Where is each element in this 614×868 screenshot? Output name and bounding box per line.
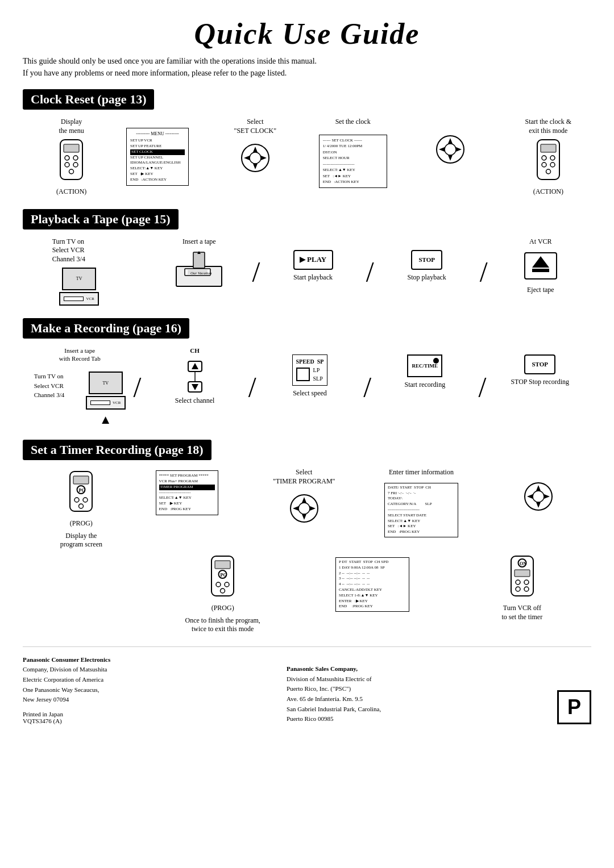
svg-point-6 (69, 169, 74, 174)
playback-step-4: STOP Stop playback (376, 237, 478, 282)
recording-steps-row: Insert a tapewith Record Tab Turn TV onS… (28, 347, 591, 428)
pb-div1 (132, 257, 146, 286)
timer-step3-top: Enter timer information (389, 468, 454, 477)
clock-step5-top: Start the clock &exit this mode (525, 118, 571, 135)
clock-step1-sublabel: (ACTION) (56, 187, 86, 197)
rec-div1: / (133, 373, 141, 401)
svg-point-22 (550, 156, 555, 160)
clock-step-4 (408, 118, 493, 166)
timer-section: Set a Timer Recording (page 18) PG (PROG… (23, 440, 591, 634)
svg-point-65 (221, 589, 225, 593)
timer-steps-row: PG (PROG) Display theprogram screen ****… (28, 468, 591, 549)
svg-point-44 (74, 498, 79, 502)
playback-header: Playback a Tape (page 15) (23, 209, 179, 229)
rec-div2: / (248, 373, 256, 401)
recording-section: Make a Recording (page 16) Insert a tape… (23, 318, 591, 428)
svg-rect-30 (193, 252, 205, 268)
svg-point-5 (73, 162, 78, 167)
playback-step-1: Turn TV onSelect VCRChannel 3/4 TV VCR (28, 237, 130, 306)
recording-header: Make a Recording (page 16) (23, 318, 189, 339)
arrow-pad-icon3 (289, 494, 319, 523)
speed-box-icon: SPEED SP LP SLP (292, 354, 328, 386)
clock-step-menu: --------- MENU --------- SET UP VCR SET … (114, 118, 200, 186)
timer-step4-label: Once to finish the program,twice to exit… (185, 616, 260, 634)
svg-point-48 (298, 503, 310, 514)
playback-step5-label: Eject tape (527, 286, 554, 295)
playback-step2-top: Insert a tape (182, 237, 216, 247)
rec-div4: / (479, 373, 487, 401)
playback-steps-row: Turn TV onSelect VCRChannel 3/4 TV VCR I… (28, 237, 591, 306)
clock-reset-header: Clock Reset (page 13) (23, 89, 154, 110)
tv-vcr-icon2: TV VCR ▲ (86, 372, 126, 427)
prog-remote-icon: PG (65, 470, 97, 516)
svg-point-70 (516, 580, 520, 585)
footer-company2: Panasonic Sales Company, Division of Mat… (287, 664, 381, 724)
playback-step-5: At VCR Eject tape (490, 237, 591, 295)
rec-step2-label: Select channel (175, 397, 215, 406)
footer-print: Printed in Japan VQTS3476 (A) (23, 711, 110, 724)
playback-section: Playback a Tape (page 15) Turn TV onSele… (23, 209, 591, 306)
pb-div2: / (252, 257, 260, 286)
svg-point-64 (225, 582, 229, 587)
svg-point-71 (524, 580, 529, 585)
clock-step3-top: Set the clock (335, 118, 371, 127)
timer-sched-box: P DT START STOP CH SPD 1 DAY 9:00A 12:00… (335, 557, 409, 612)
svg-rect-60 (215, 561, 230, 569)
rec-step-4: REC/TIME Start recording (374, 347, 476, 390)
clock-reset-section: Clock Reset (page 13) Displaythe menu (A… (23, 89, 591, 197)
stop-button-icon2: STOP (524, 354, 555, 374)
clock-menu-box: --------- MENU --------- SET UP VCR SET … (126, 128, 189, 186)
timer-step-4: PG (PROG) Once to finish the program,twi… (154, 555, 292, 634)
timer-step1-sublabel: (PROG) (70, 519, 93, 528)
svg-point-72 (516, 587, 520, 591)
pb-div4: / (480, 257, 488, 286)
timer-info-box: DATE/ START STOP CH 7 FRI ·-:·- ·-:·- ·-… (384, 483, 458, 537)
svg-point-45 (83, 498, 88, 502)
timer-div3 (476, 495, 484, 523)
footer: Panasonic Consumer Electronics Company, … (23, 646, 591, 724)
clock-step1-label-top: Displaythe menu (59, 118, 84, 135)
arrow-pad-icon (240, 143, 270, 173)
arrow-pad-icon2 (435, 135, 465, 164)
clock-steps-row: Displaythe menu (ACTION) --------- MENU … (28, 118, 591, 197)
stop-button-icon: STOP (411, 250, 442, 270)
divider4 (496, 143, 503, 171)
svg-point-54 (533, 491, 544, 502)
svg-point-14 (445, 144, 456, 155)
timer-div2 (359, 495, 367, 523)
svg-point-3 (73, 156, 78, 160)
playback-step-2: Insert a tape Our Vacation (148, 237, 250, 290)
clock-display-box: ------ SET CLOCK ------ 1/ 4/2000 TUE 12… (319, 135, 387, 188)
clock-step-2: Select"SET CLOCK" (212, 118, 298, 175)
svg-point-21 (542, 156, 546, 160)
timer-step-2: Select"TIMER PROGRAM" (251, 468, 357, 525)
divider2 (300, 143, 308, 171)
playback-step1-top: Turn TV onSelect VCRChannel 3/4 (52, 237, 106, 264)
timer-step1-label: Display theprogram screen (60, 532, 102, 549)
timer-step-5: ON Turn VCR offto set the timer (453, 555, 591, 621)
svg-point-25 (546, 169, 550, 174)
playback-step-3: ▶ PLAY Start playback (262, 237, 363, 282)
timer-step2-top: Select"TIMER PROGRAM" (273, 468, 335, 486)
rec-step-1: Insert a tapewith Record Tab Turn TV onS… (28, 347, 131, 428)
pb-div3: / (366, 257, 374, 286)
svg-rect-20 (541, 144, 556, 152)
playback-step5-top: At VCR (529, 237, 551, 247)
rec-step-2: CH Select channel (143, 347, 246, 406)
divider1 (203, 143, 210, 171)
svg-text:PG: PG (221, 573, 227, 578)
svg-point-2 (65, 156, 69, 160)
svg-point-23 (542, 162, 546, 167)
rec-step2-ch-label: CH (190, 347, 200, 354)
prog-remote-icon2: PG (207, 555, 238, 600)
timer-steps-row2: PG (PROG) Once to finish the program,twi… (28, 555, 591, 634)
divider3 (398, 143, 405, 171)
rec-step1-top-insert: Insert a tapewith Record Tab (59, 347, 101, 363)
tv-vcr-icon1: TV VCR (59, 268, 99, 306)
rec-step-5: STOP STOP Stop recording (489, 347, 591, 387)
clock-step-5: Start the clock &exit this mode (ACTION) (505, 118, 591, 197)
channel-select-icon (180, 360, 210, 393)
rec-step4-label: Start recording (405, 381, 446, 390)
rec-step-3: SPEED SP LP SLP Select speed (259, 347, 361, 398)
playback-step3-label: Start playback (293, 273, 333, 282)
